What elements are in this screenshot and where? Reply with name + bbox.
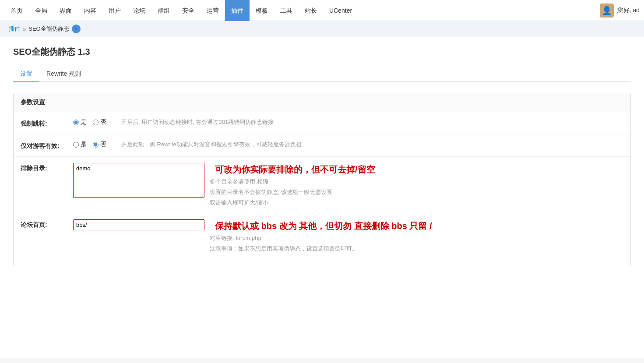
guest-only-no[interactable]: 否 [93, 141, 106, 148]
user-area: 👤 您好, ad [600, 4, 640, 18]
nav-item-tools[interactable]: 工具 [274, 0, 299, 21]
exclude-dirs-row: 排除目录: demo 可改为你实际要排除的，但不可去掉/留空 多个目录名请使用,… [14, 157, 630, 213]
guest-only-yes[interactable]: 是 [73, 141, 87, 148]
tab-settings[interactable]: 设置 [13, 67, 39, 82]
forced-redirect-no-radio[interactable] [93, 120, 99, 125]
breadcrumb: 插件 » SEO全能伪静态 + [0, 21, 644, 37]
forum-home-hint-1: 注意事项：如果不想启用某项伪静态，设置选项留空即可。 [210, 244, 432, 253]
nav-item-home[interactable]: 首页 [4, 0, 29, 21]
nav-item-ui[interactable]: 界面 [53, 0, 78, 21]
forced-redirect-yes[interactable]: 是 [73, 118, 87, 126]
forum-home-annotation: 保持默认或 bbs 改为 其他，但切勿 直接删除 bbs 只留 / [215, 220, 432, 232]
guest-only-no-label: 否 [100, 141, 106, 148]
forced-redirect-yes-label: 是 [81, 118, 87, 126]
nav-item-content[interactable]: 内容 [78, 0, 102, 21]
forced-redirect-row: 强制跳转: 是 否 开启后, 用户访问动态链接时, 将会通过301跳转到伪静态链… [14, 112, 630, 134]
guest-only-control: 是 否 开启此项，则 Rewrite功能只对游客和搜索引擎有效，可减轻服务器负担 [73, 141, 623, 148]
nav-item-global[interactable]: 全局 [29, 0, 53, 21]
user-greeting: 您好, ad [617, 7, 640, 14]
tab-rewrite-rules[interactable]: Rewrite 规则 [39, 67, 88, 81]
exclude-dirs-control: demo 可改为你实际要排除的，但不可去掉/留空 多个目录名请使用,相隔 设置的… [73, 163, 623, 207]
guest-only-hint: 开启此项，则 Rewrite功能只对游客和搜索引擎有效，可减轻服务器负担 [121, 141, 302, 148]
breadcrumb-separator: » [23, 26, 26, 32]
forced-redirect-no-label: 否 [100, 118, 106, 126]
forced-redirect-options: 是 否 开启后, 用户访问动态链接时, 将会通过301跳转到伪静态链接 [73, 118, 274, 126]
forum-home-control: 保持默认或 bbs 改为 其他，但切勿 直接删除 bbs 只留 / 对应链接: … [73, 219, 623, 253]
nav-item-security[interactable]: 安全 [176, 0, 201, 21]
guest-only-no-radio[interactable] [93, 142, 99, 148]
tabs: 设置 Rewrite 规则 [13, 67, 631, 82]
forum-home-row: 论坛首页: 保持默认或 bbs 改为 其他，但切勿 直接删除 bbs 只留 / … [14, 213, 630, 259]
section-title: 参数设置 [14, 93, 630, 112]
forum-home-label: 论坛首页: [21, 219, 73, 229]
avatar[interactable]: 👤 [600, 4, 614, 18]
nav-item-admin[interactable]: 站长 [299, 0, 323, 21]
forced-redirect-yes-radio[interactable] [73, 120, 79, 125]
forum-home-hint-0: 对应链接: forum.php [210, 233, 432, 242]
guest-only-label: 仅对游客有效: [21, 141, 73, 150]
page-content: SEO全能伪静态 1.3 设置 Rewrite 规则 参数设置 强制跳转: 是 … [0, 37, 644, 358]
forced-redirect-label: 强制跳转: [21, 118, 73, 128]
forum-home-input[interactable] [73, 219, 204, 230]
nav-item-operations[interactable]: 运营 [201, 0, 225, 21]
guest-only-yes-radio[interactable] [73, 142, 79, 148]
guest-only-yes-label: 是 [81, 141, 87, 148]
nav-item-group[interactable]: 群组 [151, 0, 176, 21]
nav-item-ucenter[interactable]: UCenter [323, 0, 358, 21]
forced-redirect-control: 是 否 开启后, 用户访问动态链接时, 将会通过301跳转到伪静态链接 [73, 118, 623, 126]
exclude-dirs-hint-1: 设置的目录名不会被伪静态, 该选项一般无需设置 [210, 187, 375, 196]
top-navigation: 首页 全局 界面 内容 用户 论坛 群组 安全 运营 插件 模板 工具 站长 U… [0, 0, 644, 21]
nav-item-template[interactable]: 模板 [250, 0, 274, 21]
nav-item-plugins[interactable]: 插件 [225, 0, 250, 21]
forced-redirect-hint: 开启后, 用户访问动态链接时, 将会通过301跳转到伪静态链接 [121, 118, 274, 126]
params-section: 参数设置 强制跳转: 是 否 开启后, 用户访问动态链接时, 将会通过301跳转… [13, 93, 631, 266]
exclude-dirs-label: 排除目录: [21, 163, 73, 173]
nav-item-user[interactable]: 用户 [102, 0, 127, 21]
exclude-dirs-hint-0: 多个目录名请使用,相隔 [210, 177, 375, 186]
exclude-dirs-hint-2: 双击输入框可扩大/缩小 [210, 198, 375, 207]
add-button[interactable]: + [72, 25, 81, 33]
page-title: SEO全能伪静态 1.3 [13, 46, 631, 58]
breadcrumb-current: SEO全能伪静态 [28, 25, 69, 33]
nav-item-forum[interactable]: 论坛 [127, 0, 151, 21]
guest-only-options: 是 否 开启此项，则 Rewrite功能只对游客和搜索引擎有效，可减轻服务器负担 [73, 141, 302, 148]
exclude-dirs-annotation: 可改为你实际要排除的，但不可去掉/留空 [215, 164, 375, 175]
breadcrumb-parent[interactable]: 插件 [9, 25, 20, 33]
guest-only-row: 仅对游客有效: 是 否 开启此项，则 Rewrite功能只对游客和搜索引擎有效，… [14, 134, 630, 157]
exclude-dirs-input[interactable]: demo [73, 163, 204, 198]
forced-redirect-no[interactable]: 否 [93, 118, 106, 126]
